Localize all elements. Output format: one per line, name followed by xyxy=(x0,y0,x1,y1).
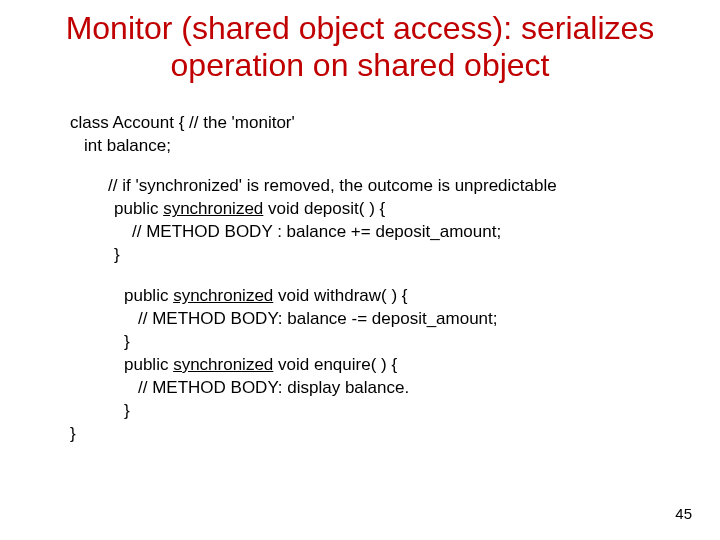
enquire-body: // METHOD BODY: display balance. xyxy=(138,377,690,400)
class-close: } xyxy=(70,423,690,446)
withdraw-pre: public xyxy=(124,286,173,305)
deposit-body: // METHOD BODY : balance += deposit_amou… xyxy=(132,221,690,244)
deposit-pre: public xyxy=(114,199,163,218)
sync-comment: // if 'synchronized' is removed, the out… xyxy=(108,175,690,198)
withdraw-signature: public synchronized void withdraw( ) { xyxy=(124,285,690,308)
withdraw-keyword: synchronized xyxy=(173,286,273,305)
enquire-signature: public synchronized void enquire( ) { xyxy=(124,354,690,377)
enquire-close: } xyxy=(124,400,690,423)
enquire-post: void enquire( ) { xyxy=(273,355,397,374)
page-number: 45 xyxy=(675,505,692,522)
withdraw-post: void withdraw( ) { xyxy=(273,286,407,305)
code-block: class Account { // the 'monitor' int bal… xyxy=(70,112,690,446)
deposit-close: } xyxy=(114,244,690,267)
enquire-keyword: synchronized xyxy=(173,355,273,374)
slide-title: Monitor (shared object access): serializ… xyxy=(30,10,690,84)
field-declaration: int balance; xyxy=(84,135,690,158)
enquire-pre: public xyxy=(124,355,173,374)
deposit-signature: public synchronized void deposit( ) { xyxy=(114,198,690,221)
class-declaration: class Account { // the 'monitor' xyxy=(70,112,690,135)
withdraw-body: // METHOD BODY: balance -= deposit_amoun… xyxy=(138,308,690,331)
deposit-post: void deposit( ) { xyxy=(263,199,385,218)
deposit-keyword: synchronized xyxy=(163,199,263,218)
withdraw-close: } xyxy=(124,331,690,354)
